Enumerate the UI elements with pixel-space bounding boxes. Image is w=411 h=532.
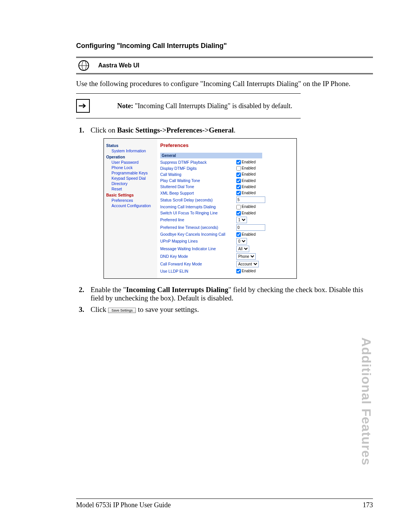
settings-row: XML Beep SupportEnabled — [160, 190, 293, 195]
settings-row-control: Enabled — [236, 268, 256, 273]
sidebar-item-directory[interactable]: Directory — [112, 181, 155, 186]
step-1: Click on Basic Settings->Preferences->Ge… — [86, 126, 373, 279]
settings-row-control: Enabled — [236, 178, 256, 183]
sidebar-item-keypad-speed-dial[interactable]: Keypad Speed Dial — [112, 176, 155, 181]
step-3: Click Save Settings to save your setting… — [86, 305, 373, 314]
settings-row-label: Stuttered Dial Tone — [160, 184, 236, 189]
enabled-label: Enabled — [242, 179, 256, 183]
side-thumb-tab: Additional Features — [359, 337, 374, 465]
settings-row-control — [236, 224, 265, 231]
settings-row-control: Enabled — [236, 166, 256, 171]
settings-row-control: Enabled — [236, 211, 256, 216]
enabled-label: Enabled — [242, 191, 256, 195]
settings-rows: Suppress DTMF PlaybackEnabledDisplay DTM… — [160, 160, 293, 273]
step-3-prefix: Click — [91, 305, 108, 313]
enabled-checkbox[interactable] — [236, 205, 241, 209]
select-input[interactable]: Phone — [236, 253, 256, 260]
note-body: "Incoming Call Interrupts Dialing" is di… — [135, 102, 292, 110]
enabled-checkbox[interactable] — [236, 191, 241, 195]
enabled-checkbox[interactable] — [236, 269, 241, 273]
settings-row: Incoming Call Interrupts DialingEnabled — [160, 204, 293, 209]
main-panel: Preferences General Suppress DTMF Playba… — [157, 139, 296, 278]
webui-screenshot: Status System Information Operation User… — [104, 138, 297, 279]
sidebar-cat-operation: Operation — [106, 155, 155, 159]
settings-row-control: Enabled — [236, 232, 256, 237]
step-1-suffix: . — [234, 126, 236, 134]
enabled-label: Enabled — [242, 160, 256, 164]
enabled-checkbox[interactable] — [236, 185, 241, 189]
settings-row: Goodbye Key Cancels Incoming CallEnabled — [160, 232, 293, 237]
settings-row: Preferred line Timeout (seconds) — [160, 224, 293, 231]
section-title: Configuring "Incoming Call Interrupts Di… — [76, 42, 373, 50]
enabled-label: Enabled — [242, 204, 256, 209]
page: Configuring "Incoming Call Interrupts Di… — [0, 0, 411, 532]
enabled-label: Enabled — [242, 172, 256, 176]
settings-row-control: 1 — [236, 217, 247, 223]
settings-row-control: Enabled — [236, 190, 256, 195]
enabled-label: Enabled — [242, 269, 256, 273]
sidebar-item-system-information[interactable]: System Information — [112, 149, 155, 153]
settings-row: UPnP Mapping Lines0 — [160, 238, 293, 244]
settings-row-label: Play Call Waiting Tone — [160, 178, 236, 183]
settings-row-label: Call Forward Key Mode — [160, 262, 236, 266]
settings-row: Call Forward Key ModeAccount — [160, 261, 293, 267]
footer-left: Model 6753i IP Phone User Guide — [76, 501, 171, 509]
sidebar-item-phone-lock[interactable]: Phone Lock — [112, 165, 155, 170]
settings-row-control: Phone — [236, 253, 256, 260]
save-settings-button[interactable]: Save Settings — [108, 308, 136, 313]
enabled-checkbox[interactable] — [236, 211, 241, 216]
enabled-label: Enabled — [242, 232, 256, 236]
step-2-bold: Incoming Call Interrupts Dialing — [126, 286, 228, 294]
steps-list: Click on Basic Settings->Preferences->Ge… — [76, 126, 373, 314]
sidebar-item-preferences[interactable]: Preferences — [112, 198, 155, 203]
settings-row-label: Call Waiting — [160, 172, 236, 177]
settings-row-label: Goodbye Key Cancels Incoming Call — [160, 232, 236, 236]
settings-row: Preferred line1 — [160, 217, 293, 223]
settings-row-label: Incoming Call Interrupts Dialing — [160, 204, 236, 209]
step-1-prefix: Click on — [91, 126, 117, 134]
settings-row: Display DTMF DigitsEnabled — [160, 166, 293, 171]
settings-row-control: Enabled — [236, 160, 256, 165]
section-bar-general: General — [160, 153, 262, 158]
select-input[interactable]: Account — [236, 261, 259, 267]
titlebar-label: Aastra Web UI — [98, 62, 139, 69]
select-input[interactable]: 1 — [236, 217, 247, 223]
sidebar-cat-status: Status — [106, 143, 155, 148]
sidebar-item-user-password[interactable]: User Password — [112, 160, 155, 165]
settings-row-label: Use LLDP ELIN — [160, 269, 236, 273]
enabled-checkbox[interactable] — [236, 179, 241, 183]
step-1-bold: Basic Settings->Preferences->General — [117, 126, 234, 134]
enabled-checkbox[interactable] — [236, 166, 241, 171]
settings-row-label: Switch UI Focus To Ringing Line — [160, 211, 236, 215]
globe-icon — [78, 60, 89, 71]
settings-row-label: Display DTMF Digits — [160, 166, 236, 171]
enabled-label: Enabled — [242, 166, 256, 170]
enabled-checkbox[interactable] — [236, 232, 241, 237]
select-input[interactable]: 0 — [236, 238, 247, 244]
note-box: Note: "Incoming Call Interrupts Dialing"… — [76, 93, 301, 118]
sidebar-cat-basic-settings: Basic Settings — [106, 193, 155, 197]
text-input[interactable] — [236, 224, 265, 231]
settings-row: Message Waiting Indicator LineAll — [160, 246, 293, 252]
main-header: Preferences — [160, 142, 293, 148]
settings-row: Call WaitingEnabled — [160, 172, 293, 177]
enabled-label: Enabled — [242, 185, 256, 189]
step-2-prefix: Enable the " — [91, 286, 126, 294]
settings-row: Suppress DTMF PlaybackEnabled — [160, 160, 293, 165]
settings-row: Play Call Waiting ToneEnabled — [160, 178, 293, 183]
enabled-checkbox[interactable] — [236, 160, 241, 165]
sidebar-item-programmable-keys[interactable]: Programmable Keys — [112, 171, 155, 175]
step-3-suffix: to save your settings. — [136, 305, 199, 313]
settings-row-label: Preferred line Timeout (seconds) — [160, 225, 236, 230]
enabled-checkbox[interactable] — [236, 173, 241, 177]
note-label: Note: — [117, 102, 133, 110]
sidebar-item-account-configuration[interactable]: Account Configuration — [112, 203, 155, 208]
settings-row-control — [236, 197, 265, 203]
settings-row-label: Status Scroll Delay (seconds) — [160, 198, 236, 202]
settings-row: DND Key ModePhone — [160, 253, 293, 260]
sidebar-item-reset[interactable]: Reset — [112, 187, 155, 191]
settings-row: Switch UI Focus To Ringing LineEnabled — [160, 211, 293, 216]
text-input[interactable] — [236, 197, 265, 203]
select-input[interactable]: All — [236, 246, 249, 252]
titlebar: Aastra Web UI — [76, 57, 373, 74]
